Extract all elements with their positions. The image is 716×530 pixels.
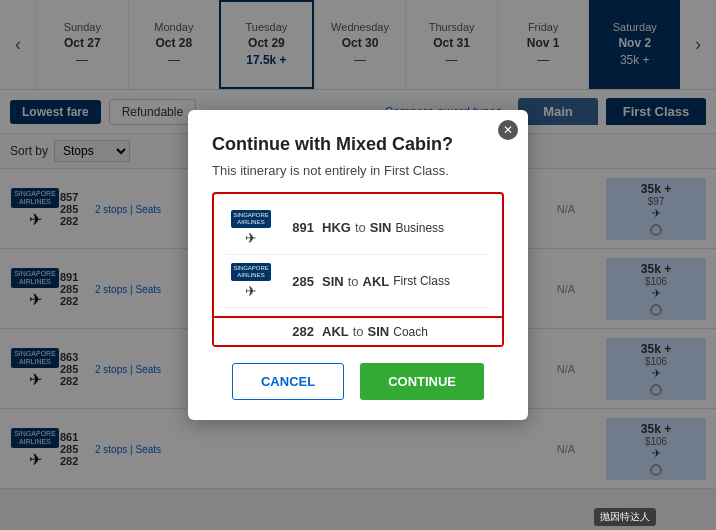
modal-title: Continue with Mixed Cabin? (212, 134, 504, 155)
airline-badge-small: SINGAPOREAIRLINES (231, 210, 271, 228)
plane-icon-small: ✈ (245, 230, 257, 246)
modal-close-button[interactable]: ✕ (498, 120, 518, 140)
mixed-cabin-modal: ✕ Continue with Mixed Cabin? This itiner… (188, 110, 528, 421)
airline-badge-small: SINGAPOREAIRLINES (231, 263, 271, 281)
airline-logo-small: SINGAPOREAIRLINES ✈ (226, 210, 276, 246)
segment-num: 891 (284, 220, 314, 235)
to-airport: SIN (368, 324, 390, 339)
segment-num: 285 (284, 274, 314, 289)
from-airport: AKL (322, 324, 349, 339)
to-label: to (348, 274, 359, 289)
segment-route: SIN to AKL First Class (322, 274, 490, 289)
cabin-class: Coach (393, 325, 428, 339)
itinerary-segment-1: SINGAPOREAIRLINES ✈ 891 HKG to SIN Busin… (226, 204, 490, 252)
itinerary-segment-3: 282 AKL to SIN Coach (214, 316, 502, 345)
cancel-button[interactable]: CANCEL (232, 363, 344, 400)
cabin-class: First Class (393, 274, 450, 288)
to-label: to (355, 220, 366, 235)
segment-route: HKG to SIN Business (322, 220, 490, 235)
to-airport: SIN (370, 220, 392, 235)
segment-divider (226, 254, 490, 255)
segment-route: AKL to SIN Coach (322, 324, 490, 339)
itinerary-segment-2: SINGAPOREAIRLINES ✈ 285 SIN to AKL First… (226, 257, 490, 305)
continue-button[interactable]: CONTINUE (360, 363, 484, 400)
watermark: 抛因特达人 (594, 508, 656, 526)
modal-overlay: ✕ Continue with Mixed Cabin? This itiner… (0, 0, 716, 530)
to-label: to (353, 324, 364, 339)
modal-actions: CANCEL CONTINUE (212, 363, 504, 400)
itinerary-box: SINGAPOREAIRLINES ✈ 891 HKG to SIN Busin… (212, 192, 504, 348)
plane-icon-small: ✈ (245, 283, 257, 299)
from-airport: SIN (322, 274, 344, 289)
from-airport: HKG (322, 220, 351, 235)
modal-subtitle: This itinerary is not entirely in First … (212, 163, 504, 178)
to-airport: AKL (363, 274, 390, 289)
cabin-class: Business (395, 221, 444, 235)
segment-divider (226, 307, 490, 308)
segment-num: 282 (284, 324, 314, 339)
airline-logo-small: SINGAPOREAIRLINES ✈ (226, 263, 276, 299)
